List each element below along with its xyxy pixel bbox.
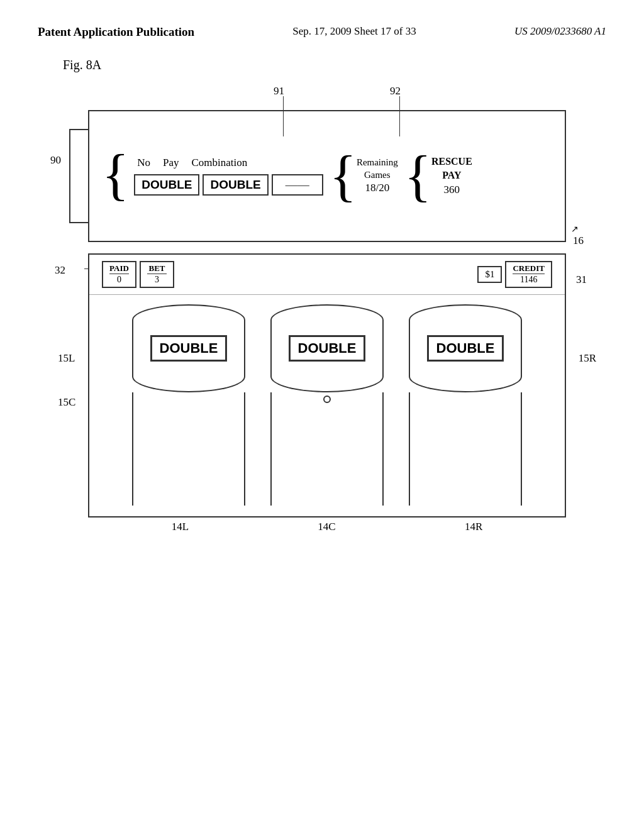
slot-content: 32 31 PAID 0 BET 3 [89, 255, 565, 516]
reel-left-bottom-line [132, 392, 245, 506]
left-brace: { [102, 147, 129, 203]
dollar-button[interactable]: $1 [477, 266, 502, 283]
center-circle [323, 396, 331, 403]
brace-rescue: { [404, 148, 431, 204]
ref-numbers-row: 91 92 [88, 85, 579, 110]
remaining-games-text: Remaining Games 18/20 [357, 157, 398, 195]
ref-14L: 14L [172, 521, 189, 533]
bottom-diagram: 32 31 PAID 0 BET 3 [88, 253, 566, 536]
line-92 [399, 96, 400, 110]
remaining-games-section: { Remaining Games 18/20 [330, 148, 398, 204]
top-diagram: 91 92 90 { No [88, 85, 579, 242]
credit-value: 1146 [520, 274, 537, 285]
label-combination: Combination [191, 157, 247, 169]
reel-center: DOUBLE [264, 304, 390, 516]
reel-right-box: DOUBLE [409, 320, 522, 377]
ref-15R: 15R [579, 352, 596, 365]
reel-right-bottom-line [409, 392, 522, 506]
bracket-90 [69, 129, 88, 223]
label-no: No [137, 157, 150, 169]
arrow-down-92 [399, 111, 400, 136]
publication-title: Patent Application Publication [38, 25, 194, 39]
reel-center-box: DOUBLE [270, 320, 384, 377]
paid-box: PAID 0 [102, 261, 136, 288]
ref-91: 91 [274, 85, 284, 97]
credit-label: CREDIT [513, 263, 545, 274]
ref-14C: 14C [318, 521, 335, 533]
double-box-2: DOUBLE [203, 174, 268, 196]
reel-left-bottom-curve [132, 377, 245, 392]
main-content: Fig. 8A 91 92 90 { [0, 39, 644, 536]
reel-right-bottom-curve [409, 377, 522, 392]
remaining-value: 18/20 [357, 181, 398, 195]
screen-inner-content: { No Pay Combination DOUBLE DOUBLE —— [89, 111, 565, 241]
screen-container: 90 { No Pay Combination [88, 110, 579, 242]
npc-labels: No Pay Combination [137, 157, 323, 169]
slot-top-bar: PAID 0 BET 3 $1 CREDIT 1146 [89, 255, 565, 295]
remaining-label2: Games [357, 169, 398, 182]
label-pay: Pay [163, 157, 179, 169]
screen-outer-box: { No Pay Combination DOUBLE DOUBLE —— [88, 110, 566, 242]
slot-reels-wrapper: DOUBLE DOUBLE [89, 295, 565, 516]
ref-15L: 15L [58, 352, 75, 365]
right-sections: { Remaining Games 18/20 { RESCUE [330, 148, 472, 204]
page-header: Patent Application Publication Sep. 17, … [0, 0, 644, 39]
reel-right: DOUBLE [402, 304, 528, 516]
slot-outer-box: 32 31 PAID 0 BET 3 [88, 253, 566, 517]
credit-section: $1 CREDIT 1146 [477, 261, 552, 288]
dash-box: —— [272, 174, 323, 196]
paid-bet-section: PAID 0 BET 3 [102, 261, 174, 288]
bottom-reel-labels: 14L 14C 14R [88, 517, 566, 536]
ref-90: 90 [50, 154, 61, 167]
brace-remaining: { [330, 148, 357, 204]
ref-14R: 14R [465, 521, 482, 533]
reel-left-label: DOUBLE [150, 335, 228, 362]
bet-box: BET 3 [140, 261, 174, 288]
credit-box: CREDIT 1146 [505, 261, 552, 288]
remaining-label1: Remaining [357, 157, 398, 169]
reel-center-bottom-curve [270, 377, 384, 392]
ref-32: 32 [55, 264, 65, 277]
reel-center-label: DOUBLE [289, 335, 366, 362]
left-section: { No Pay Combination DOUBLE DOUBLE —— [102, 150, 323, 203]
double-boxes-row: DOUBLE DOUBLE —— [134, 174, 323, 196]
rescue-value: 360 [431, 182, 472, 197]
rescue-pay-section: { RESCUE PAY 360 [404, 148, 472, 204]
paid-label: PAID [109, 263, 129, 274]
bet-label: BET [147, 263, 167, 274]
ref-31: 31 [576, 274, 587, 286]
rescue-pay-sub: PAY [431, 169, 472, 182]
arrow-16: ↗ [571, 224, 579, 235]
rescue-label: RESCUE [431, 155, 472, 169]
bet-value: 3 [155, 274, 159, 285]
ref-15C: 15C [58, 396, 75, 409]
reel-right-label: DOUBLE [427, 335, 504, 362]
publication-date-sheet: Sep. 17, 2009 Sheet 17 of 33 [292, 25, 416, 38]
paid-value: 0 [117, 274, 121, 285]
arrow-32-line [84, 268, 89, 269]
rescue-pay-text: RESCUE PAY 360 [431, 155, 472, 198]
reel-left-box: DOUBLE [132, 320, 245, 377]
reel-center-bottom-line [270, 392, 384, 506]
no-pay-combo: No Pay Combination DOUBLE DOUBLE —— [134, 157, 323, 196]
reel-left-top-curve [132, 304, 245, 320]
ref-16: 16 [573, 235, 584, 247]
publication-number: US 2009/0233680 A1 [514, 25, 606, 38]
line-91 [283, 96, 284, 110]
reel-center-top-curve [270, 304, 384, 320]
reel-left: DOUBLE [126, 304, 252, 516]
figure-label: Fig. 8A [63, 58, 606, 72]
reel-right-top-curve [409, 304, 522, 320]
ref-92: 92 [390, 85, 401, 97]
arrow-down-91 [283, 111, 284, 136]
double-box-1: DOUBLE [134, 174, 199, 196]
